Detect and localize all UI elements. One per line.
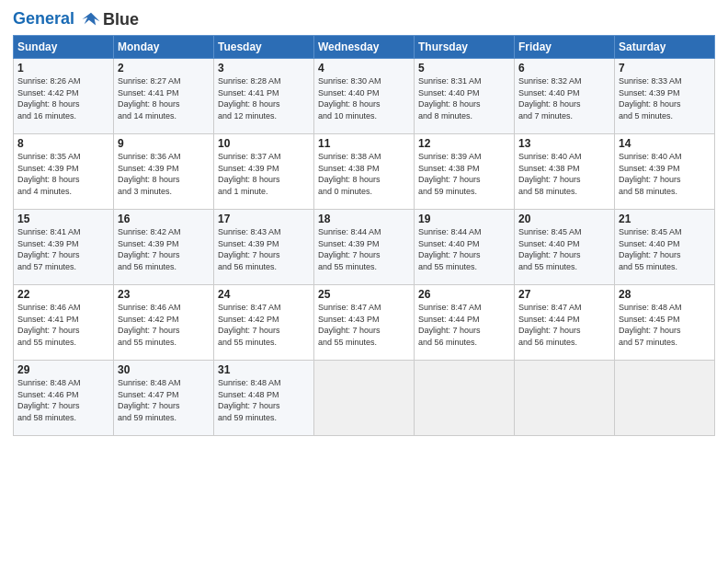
cell-content: Sunrise: 8:31 AM Sunset: 4:40 PM Dayligh…: [418, 75, 510, 121]
cell-content: Sunrise: 8:47 AM Sunset: 4:43 PM Dayligh…: [318, 302, 410, 348]
cell-content: Sunrise: 8:35 AM Sunset: 4:39 PM Dayligh…: [17, 151, 109, 197]
cell-content: Sunrise: 8:42 AM Sunset: 4:39 PM Dayligh…: [118, 226, 210, 272]
cell-content: Sunrise: 8:46 AM Sunset: 4:41 PM Dayligh…: [17, 302, 109, 348]
week-row-1: 1Sunrise: 8:26 AM Sunset: 4:42 PM Daylig…: [14, 59, 715, 134]
day-number: 18: [318, 213, 410, 225]
calendar-cell: 26Sunrise: 8:47 AM Sunset: 4:44 PM Dayli…: [415, 285, 515, 361]
calendar-cell: [515, 361, 615, 436]
calendar-cell: 10Sunrise: 8:37 AM Sunset: 4:39 PM Dayli…: [214, 134, 314, 210]
cell-content: Sunrise: 8:43 AM Sunset: 4:39 PM Dayligh…: [218, 226, 310, 272]
calendar-cell: 5Sunrise: 8:31 AM Sunset: 4:40 PM Daylig…: [415, 59, 515, 134]
day-number: 17: [218, 213, 310, 225]
cell-content: Sunrise: 8:38 AM Sunset: 4:38 PM Dayligh…: [318, 151, 410, 197]
cell-content: Sunrise: 8:48 AM Sunset: 4:47 PM Dayligh…: [118, 377, 210, 423]
cell-content: Sunrise: 8:44 AM Sunset: 4:39 PM Dayligh…: [318, 226, 410, 272]
day-number: 13: [518, 137, 610, 150]
day-number: 8: [17, 137, 109, 150]
day-number: 2: [118, 62, 210, 75]
day-number: 19: [418, 213, 510, 225]
day-number: 27: [518, 288, 610, 301]
cell-content: Sunrise: 8:45 AM Sunset: 4:40 PM Dayligh…: [518, 226, 610, 272]
calendar-cell: 11Sunrise: 8:38 AM Sunset: 4:38 PM Dayli…: [314, 134, 415, 210]
day-number: 9: [118, 137, 210, 150]
cell-content: Sunrise: 8:28 AM Sunset: 4:41 PM Dayligh…: [218, 75, 310, 121]
calendar-cell: 19Sunrise: 8:44 AM Sunset: 4:40 PM Dayli…: [415, 210, 515, 285]
logo-general: General: [13, 9, 74, 28]
cell-content: Sunrise: 8:48 AM Sunset: 4:48 PM Dayligh…: [218, 377, 310, 423]
calendar-cell: 8Sunrise: 8:35 AM Sunset: 4:39 PM Daylig…: [14, 134, 114, 210]
day-header-monday: Monday: [114, 36, 214, 59]
cell-content: Sunrise: 8:45 AM Sunset: 4:40 PM Dayligh…: [619, 226, 711, 272]
day-number: 28: [619, 288, 711, 301]
header-row: SundayMondayTuesdayWednesdayThursdayFrid…: [14, 36, 715, 59]
logo-bird-icon: [81, 9, 101, 29]
calendar-cell: 15Sunrise: 8:41 AM Sunset: 4:39 PM Dayli…: [14, 210, 114, 285]
day-number: 6: [518, 62, 610, 75]
cell-content: Sunrise: 8:40 AM Sunset: 4:39 PM Dayligh…: [619, 151, 711, 197]
day-number: 5: [418, 62, 510, 75]
cell-content: Sunrise: 8:36 AM Sunset: 4:39 PM Dayligh…: [118, 151, 210, 197]
cell-content: Sunrise: 8:27 AM Sunset: 4:41 PM Dayligh…: [118, 75, 210, 121]
cell-content: Sunrise: 8:30 AM Sunset: 4:40 PM Dayligh…: [318, 75, 410, 121]
calendar-container: General Blue SundayMondayTuesdayWednesda…: [0, 0, 728, 443]
week-row-5: 29Sunrise: 8:48 AM Sunset: 4:46 PM Dayli…: [14, 361, 715, 436]
day-number: 22: [17, 288, 109, 301]
calendar-cell: 6Sunrise: 8:32 AM Sunset: 4:40 PM Daylig…: [515, 59, 615, 134]
header: General Blue: [13, 9, 715, 29]
cell-content: Sunrise: 8:46 AM Sunset: 4:42 PM Dayligh…: [118, 302, 210, 348]
calendar-cell: [415, 361, 515, 436]
cell-content: Sunrise: 8:37 AM Sunset: 4:39 PM Dayligh…: [218, 151, 310, 197]
calendar-cell: 31Sunrise: 8:48 AM Sunset: 4:48 PM Dayli…: [214, 361, 314, 436]
week-row-4: 22Sunrise: 8:46 AM Sunset: 4:41 PM Dayli…: [14, 285, 715, 361]
calendar-cell: 21Sunrise: 8:45 AM Sunset: 4:40 PM Dayli…: [615, 210, 715, 285]
svg-marker-0: [83, 13, 100, 26]
week-row-2: 8Sunrise: 8:35 AM Sunset: 4:39 PM Daylig…: [14, 134, 715, 210]
day-number: 16: [118, 213, 210, 225]
day-number: 7: [619, 62, 711, 75]
calendar-cell: 2Sunrise: 8:27 AM Sunset: 4:41 PM Daylig…: [114, 59, 214, 134]
day-number: 1: [17, 62, 109, 75]
day-number: 26: [418, 288, 510, 301]
cell-content: Sunrise: 8:48 AM Sunset: 4:46 PM Dayligh…: [17, 377, 109, 423]
calendar-cell: 17Sunrise: 8:43 AM Sunset: 4:39 PM Dayli…: [214, 210, 314, 285]
calendar-cell: 4Sunrise: 8:30 AM Sunset: 4:40 PM Daylig…: [314, 59, 415, 134]
calendar-cell: 23Sunrise: 8:46 AM Sunset: 4:42 PM Dayli…: [114, 285, 214, 361]
calendar-cell: 9Sunrise: 8:36 AM Sunset: 4:39 PM Daylig…: [114, 134, 214, 210]
cell-content: Sunrise: 8:26 AM Sunset: 4:42 PM Dayligh…: [17, 75, 109, 121]
day-number: 30: [118, 363, 210, 376]
cell-content: Sunrise: 8:40 AM Sunset: 4:38 PM Dayligh…: [518, 151, 610, 197]
day-number: 29: [17, 363, 109, 376]
cell-content: Sunrise: 8:39 AM Sunset: 4:38 PM Dayligh…: [418, 151, 510, 197]
day-number: 20: [518, 213, 610, 225]
day-number: 11: [318, 137, 410, 150]
logo: General Blue: [13, 9, 139, 29]
calendar-cell: [314, 361, 415, 436]
calendar-cell: [615, 361, 715, 436]
cell-content: Sunrise: 8:47 AM Sunset: 4:44 PM Dayligh…: [418, 302, 510, 348]
day-number: 24: [218, 288, 310, 301]
day-number: 25: [318, 288, 410, 301]
day-number: 21: [619, 213, 711, 225]
cell-content: Sunrise: 8:32 AM Sunset: 4:40 PM Dayligh…: [518, 75, 610, 121]
day-header-sunday: Sunday: [14, 36, 114, 59]
cell-content: Sunrise: 8:44 AM Sunset: 4:40 PM Dayligh…: [418, 226, 510, 272]
day-number: 3: [218, 62, 310, 75]
calendar-table: SundayMondayTuesdayWednesdayThursdayFrid…: [13, 35, 715, 436]
logo-blue: Blue: [103, 10, 139, 29]
week-row-3: 15Sunrise: 8:41 AM Sunset: 4:39 PM Dayli…: [14, 210, 715, 285]
cell-content: Sunrise: 8:48 AM Sunset: 4:45 PM Dayligh…: [619, 302, 711, 348]
calendar-cell: 1Sunrise: 8:26 AM Sunset: 4:42 PM Daylig…: [14, 59, 114, 134]
cell-content: Sunrise: 8:47 AM Sunset: 4:42 PM Dayligh…: [218, 302, 310, 348]
calendar-cell: 22Sunrise: 8:46 AM Sunset: 4:41 PM Dayli…: [14, 285, 114, 361]
calendar-cell: 24Sunrise: 8:47 AM Sunset: 4:42 PM Dayli…: [214, 285, 314, 361]
day-header-tuesday: Tuesday: [214, 36, 314, 59]
calendar-cell: 18Sunrise: 8:44 AM Sunset: 4:39 PM Dayli…: [314, 210, 415, 285]
calendar-cell: 29Sunrise: 8:48 AM Sunset: 4:46 PM Dayli…: [14, 361, 114, 436]
day-number: 31: [218, 363, 310, 376]
day-number: 14: [619, 137, 711, 150]
calendar-cell: 30Sunrise: 8:48 AM Sunset: 4:47 PM Dayli…: [114, 361, 214, 436]
day-number: 23: [118, 288, 210, 301]
day-header-wednesday: Wednesday: [314, 36, 415, 59]
calendar-cell: 3Sunrise: 8:28 AM Sunset: 4:41 PM Daylig…: [214, 59, 314, 134]
day-header-thursday: Thursday: [415, 36, 515, 59]
